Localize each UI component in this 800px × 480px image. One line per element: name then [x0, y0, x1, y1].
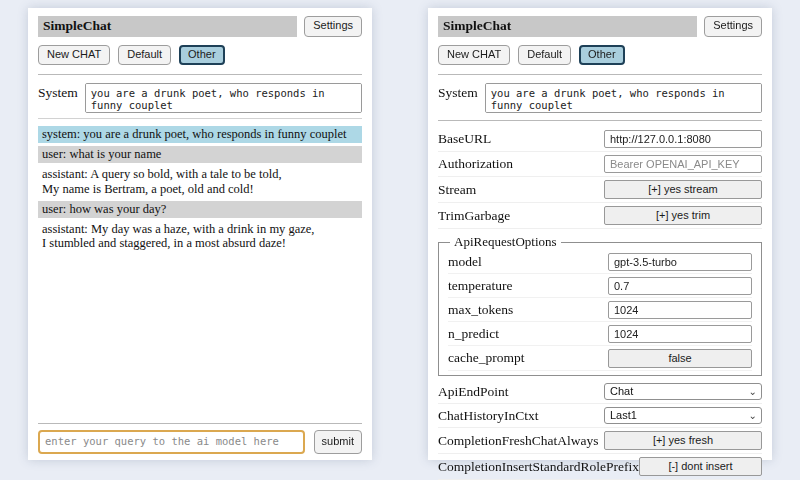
setting-label: CompletionInsertStandardRolePrefix [438, 459, 639, 475]
setting-row-temperature: temperature [448, 274, 752, 298]
setting-row-baseurl: BaseURL [438, 127, 762, 152]
session-button-default[interactable]: Default [518, 45, 571, 65]
session-button-other[interactable]: Other [179, 45, 225, 65]
app-title: SimpleChat [38, 16, 297, 37]
session-button-default[interactable]: Default [118, 45, 171, 65]
setting-label: max_tokens [448, 302, 513, 318]
max-tokens-input[interactable] [608, 301, 752, 319]
setting-row-authorization: Authorization [438, 152, 762, 177]
user-query-input[interactable] [38, 430, 305, 454]
divider [438, 120, 762, 121]
titlebar: SimpleChat Settings [38, 16, 362, 37]
system-prompt-row: System you are a drunk poet, who respond… [438, 83, 762, 113]
completion-fresh-chat-toggle-button[interactable]: [+] yes fresh [604, 431, 762, 450]
chat-message-list: system: you are a drunk poet, who respon… [38, 126, 362, 255]
page: SimpleChat Settings New CHAT Default Oth… [0, 0, 800, 480]
setting-row-max-tokens: max_tokens [448, 298, 752, 322]
n-predict-input[interactable] [608, 325, 752, 343]
setting-row-completion-insert-prefix: CompletionInsertStandardRolePrefix [-] d… [438, 454, 762, 480]
setting-label: Stream [438, 182, 476, 198]
submit-button[interactable]: submit [314, 430, 362, 453]
divider [38, 74, 362, 75]
settings-button[interactable]: Settings [704, 16, 762, 36]
model-input[interactable] [608, 253, 752, 271]
temperature-input[interactable] [608, 277, 752, 295]
setting-row-completion-fresh: CompletionFreshChatAlways [+] yes fresh [438, 428, 762, 454]
setting-row-n-predict: n_predict [448, 322, 752, 346]
new-chat-button[interactable]: New CHAT [38, 45, 110, 65]
app-title: SimpleChat [438, 16, 697, 37]
session-button-other[interactable]: Other [579, 45, 625, 65]
setting-label: Authorization [438, 156, 513, 172]
setting-label: cache_prompt [448, 350, 524, 366]
settings-button[interactable]: Settings [304, 16, 362, 36]
chat-message-user: user: what is your name [38, 146, 362, 163]
setting-label: ApiEndPoint [438, 384, 509, 400]
setting-row-apiendpoint: ApiEndPoint Chat ⌄ [438, 380, 762, 404]
divider [38, 118, 362, 119]
cache-prompt-toggle-button[interactable]: false [608, 349, 752, 368]
system-prompt-input[interactable]: you are a drunk poet, who responds in fu… [485, 83, 762, 113]
setting-label: temperature [448, 278, 512, 294]
setting-row-model: model [448, 250, 752, 274]
chat-panel: SimpleChat Settings New CHAT Default Oth… [28, 8, 372, 460]
setting-label: n_predict [448, 326, 499, 342]
titlebar: SimpleChat Settings [438, 16, 762, 37]
baseurl-input[interactable] [604, 130, 762, 148]
system-label: System [38, 83, 78, 101]
new-chat-button[interactable]: New CHAT [438, 45, 510, 65]
divider [438, 74, 762, 75]
setting-row-stream: Stream [+] yes stream [438, 177, 762, 203]
authorization-input[interactable] [604, 155, 762, 173]
setting-row-cache-prompt: cache_prompt false [448, 346, 752, 371]
setting-label: CompletionFreshChatAlways [438, 433, 599, 449]
chathistoryinctxt-select[interactable]: Last1 [604, 407, 762, 424]
chat-message-assistant: assistant: A query so bold, with a tale … [38, 166, 362, 197]
setting-label: TrimGarbage [438, 208, 510, 224]
stream-toggle-button[interactable]: [+] yes stream [604, 180, 762, 199]
api-request-options-fieldset: ApiRequestOptions model temperature max_… [438, 234, 762, 376]
query-bar: submit [38, 416, 362, 454]
setting-label: ChatHistoryInCtxt [438, 408, 539, 424]
system-prompt-row: System you are a drunk poet, who respond… [38, 83, 362, 113]
divider [38, 423, 362, 424]
chat-message-system: system: you are a drunk poet, who respon… [38, 126, 362, 143]
setting-row-chathistoryinctxt: ChatHistoryInCtxt Last1 ⌄ [438, 404, 762, 428]
setting-label: model [448, 254, 482, 270]
fieldset-legend: ApiRequestOptions [450, 234, 561, 250]
completion-insert-roleprefix-toggle-button[interactable]: [-] dont insert [639, 457, 762, 476]
chat-message-assistant: assistant: My day was a haze, with a dri… [38, 221, 362, 252]
system-prompt-input[interactable]: you are a drunk poet, who responds in fu… [85, 83, 362, 113]
session-buttons: New CHAT Default Other [38, 45, 362, 65]
system-label: System [438, 83, 478, 101]
session-buttons: New CHAT Default Other [438, 45, 762, 65]
trimgarbage-toggle-button[interactable]: [+] yes trim [604, 206, 762, 225]
setting-row-trimgarbage: TrimGarbage [+] yes trim [438, 203, 762, 229]
settings-panel: SimpleChat Settings New CHAT Default Oth… [428, 8, 772, 460]
setting-label: BaseURL [438, 131, 491, 147]
apiendpoint-select[interactable]: Chat [604, 383, 762, 400]
chat-message-user: user: how was your day? [38, 201, 362, 218]
